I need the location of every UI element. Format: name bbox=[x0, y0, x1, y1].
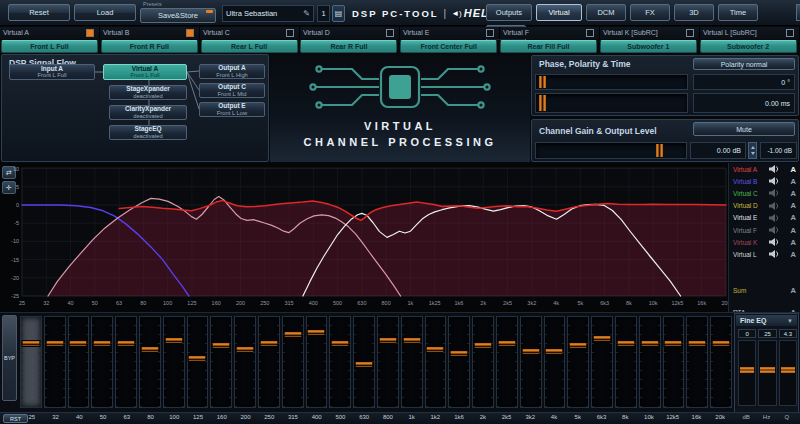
legend-row-sum[interactable]: SumA bbox=[729, 285, 800, 297]
eq-band-500[interactable] bbox=[329, 316, 351, 408]
eq-band-2k[interactable] bbox=[472, 316, 494, 408]
speaker-icon[interactable] bbox=[769, 214, 781, 222]
eq-band-16k[interactable] bbox=[686, 316, 708, 408]
eq-band-63[interactable] bbox=[115, 316, 137, 408]
eq-bypass-button[interactable]: BYP bbox=[2, 315, 17, 401]
virtual-tab-checkbox[interactable] bbox=[186, 29, 194, 37]
delay-ms-value[interactable]: 0.00 ms bbox=[693, 93, 795, 113]
legend-row-virtual-f[interactable]: Virtual FA bbox=[729, 224, 800, 236]
fine-eq-header[interactable]: Fine EQ ▼ bbox=[736, 315, 797, 326]
legend-row-virtual-e[interactable]: Virtual EA bbox=[729, 212, 800, 224]
eq-band-handle-25[interactable] bbox=[21, 340, 40, 347]
memory-number-field[interactable]: 1 bbox=[317, 5, 330, 22]
gain-slider-handle[interactable] bbox=[656, 144, 663, 157]
legend-row-virtual-c[interactable]: Virtual CA bbox=[729, 187, 800, 199]
nav-time-button[interactable]: Time bbox=[718, 4, 758, 21]
edit-pen-icon[interactable]: ✎ bbox=[303, 9, 310, 18]
eq-band-handle-400[interactable] bbox=[307, 329, 326, 336]
mute-button[interactable]: Mute bbox=[693, 122, 795, 136]
eq-band-400[interactable] bbox=[306, 316, 328, 408]
eq-band-handle-250[interactable] bbox=[259, 340, 278, 347]
eq-band-20k[interactable] bbox=[710, 316, 732, 408]
legend-row-virtual-d[interactable]: Virtual DA bbox=[729, 200, 800, 212]
eq-band-2k5[interactable] bbox=[496, 316, 518, 408]
fine-eq-value-q[interactable]: 4.3 bbox=[779, 329, 797, 338]
virtual-tab-checkbox[interactable] bbox=[286, 29, 294, 37]
eq-band-10k[interactable] bbox=[639, 316, 661, 408]
nav-3d-button[interactable]: 3D bbox=[674, 4, 714, 21]
speaker-icon[interactable] bbox=[769, 226, 781, 234]
auto-badge[interactable]: A bbox=[791, 213, 796, 222]
virtual-tab-g[interactable]: Virtual K [SubRC] bbox=[600, 27, 700, 39]
gain-spinner[interactable] bbox=[748, 142, 757, 159]
speaker-icon[interactable] bbox=[769, 238, 781, 246]
virtual-tab-f[interactable]: Virtual F bbox=[500, 27, 600, 39]
eq-band-200[interactable] bbox=[234, 316, 256, 408]
eq-band-handle-80[interactable] bbox=[140, 346, 159, 353]
legend-row-virtual-b[interactable]: Virtual BA bbox=[729, 175, 800, 187]
eq-band-5k[interactable] bbox=[567, 316, 589, 408]
auto-badge[interactable]: A bbox=[791, 250, 796, 259]
virtual-tab-b[interactable]: Virtual B bbox=[100, 27, 200, 39]
nav-dcm-button[interactable]: DCM bbox=[586, 4, 626, 21]
fine-eq-handle[interactable] bbox=[781, 367, 795, 373]
eq-band-handle-800[interactable] bbox=[378, 337, 397, 344]
eq-band-25[interactable] bbox=[20, 316, 42, 408]
eq-band-handle-200[interactable] bbox=[236, 346, 255, 353]
eq-band-6k3[interactable] bbox=[591, 316, 613, 408]
virtual-tab-h[interactable]: Virtual L [SubRC] bbox=[700, 27, 800, 39]
virtual-tab-e[interactable]: Virtual E bbox=[400, 27, 500, 39]
flow-input-box[interactable]: Input A Front L Full bbox=[9, 64, 95, 80]
auto-badge[interactable]: A bbox=[791, 238, 796, 247]
fine-eq-handle[interactable] bbox=[760, 367, 774, 373]
eq-band-630[interactable] bbox=[353, 316, 375, 408]
gain-slider[interactable] bbox=[535, 142, 687, 159]
polarity-button[interactable]: Polarity normal bbox=[693, 58, 795, 70]
channel-button-rear-l-full[interactable]: Rear L Full bbox=[201, 40, 298, 53]
virtual-tab-checkbox[interactable] bbox=[86, 29, 94, 37]
virtual-tab-a[interactable]: Virtual A bbox=[0, 27, 100, 39]
eq-band-handle-8k[interactable] bbox=[616, 340, 635, 347]
legend-row-virtual-k[interactable]: Virtual KA bbox=[729, 236, 800, 248]
load-button[interactable]: Load bbox=[74, 4, 136, 21]
eq-band-handle-3k2[interactable] bbox=[521, 348, 540, 355]
legend-row-virtual-l[interactable]: Virtual LA bbox=[729, 248, 800, 260]
flow-output-c-box[interactable]: Output C Front L Mid bbox=[199, 83, 265, 98]
auto-badge[interactable]: A bbox=[791, 165, 796, 174]
virtual-tab-checkbox[interactable] bbox=[586, 29, 594, 37]
eq-band-8k[interactable] bbox=[615, 316, 637, 408]
response-plot[interactable]: 2532405063801001251602002503154005006308… bbox=[0, 163, 728, 312]
virtual-tab-checkbox[interactable] bbox=[486, 29, 494, 37]
eq-band-handle-20k[interactable] bbox=[712, 340, 731, 347]
channel-button-front-center-full[interactable]: Front Center Full bbox=[400, 40, 497, 53]
eq-band-4k[interactable] bbox=[544, 316, 566, 408]
eq-band-handle-16k[interactable] bbox=[688, 340, 707, 347]
eq-band-handle-50[interactable] bbox=[93, 340, 112, 347]
eq-band-handle-63[interactable] bbox=[117, 340, 136, 347]
delay-slider-handle[interactable] bbox=[539, 95, 546, 111]
eq-band-handle-5k[interactable] bbox=[569, 342, 588, 349]
eq-band-40[interactable] bbox=[68, 316, 90, 408]
flow-clarityxpander-box[interactable]: ClarityXpander deactivated bbox=[109, 105, 187, 120]
eq-band-handle-12k5[interactable] bbox=[664, 340, 683, 347]
eq-band-handle-630[interactable] bbox=[355, 361, 374, 368]
nav-virtual-button[interactable]: Virtual bbox=[536, 4, 582, 21]
virtual-tab-c[interactable]: Virtual C bbox=[200, 27, 300, 39]
eq-band-3k2[interactable] bbox=[520, 316, 542, 408]
speaker-icon[interactable] bbox=[769, 202, 781, 210]
eq-band-32[interactable] bbox=[44, 316, 66, 408]
memory-slot-icon[interactable]: ▤ bbox=[332, 5, 345, 22]
channel-button-rear-fill-full[interactable]: Rear Fill Full bbox=[500, 40, 597, 53]
eq-band-80[interactable] bbox=[139, 316, 161, 408]
channel-button-front-r-full[interactable]: Front R Full bbox=[101, 40, 198, 53]
fine-eq-slider-db[interactable] bbox=[738, 340, 756, 406]
eq-band-handle-100[interactable] bbox=[164, 337, 183, 344]
reset-button[interactable]: Reset bbox=[8, 4, 70, 21]
speaker-icon[interactable] bbox=[769, 189, 781, 197]
eq-band-handle-10k[interactable] bbox=[640, 340, 659, 347]
eq-band-50[interactable] bbox=[91, 316, 113, 408]
virtual-tab-checkbox[interactable] bbox=[686, 29, 694, 37]
virtual-tab-checkbox[interactable] bbox=[386, 29, 394, 37]
eq-band-handle-32[interactable] bbox=[45, 340, 64, 347]
speaker-icon[interactable] bbox=[769, 177, 781, 185]
